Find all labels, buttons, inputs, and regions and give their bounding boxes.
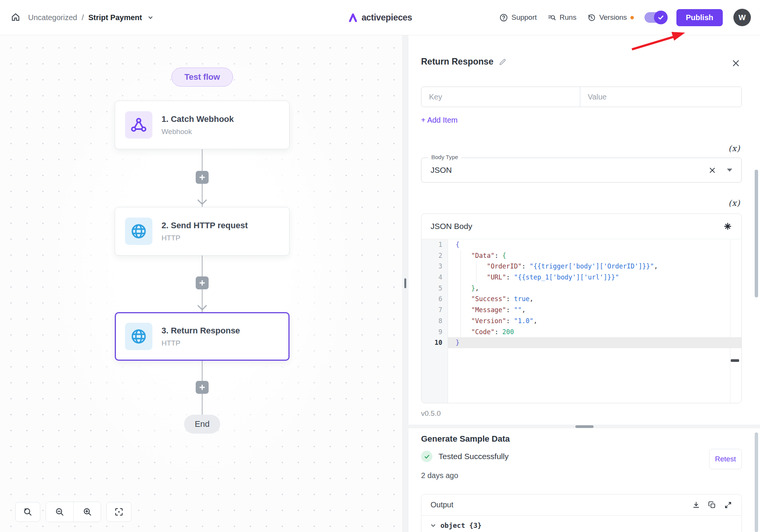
versions-button[interactable]: Versions	[587, 13, 634, 22]
flow-enabled-toggle[interactable]	[644, 12, 666, 23]
zoom-out-icon	[55, 507, 65, 517]
flow-canvas[interactable]: Test flow 1. Catch Webhook Webhook	[0, 35, 402, 532]
support-label: Support	[511, 13, 537, 22]
dropdown-caret-icon[interactable]	[727, 169, 732, 172]
clear-body-type-button[interactable]	[708, 166, 716, 174]
add-step-button[interactable]	[196, 381, 209, 394]
publish-button[interactable]: Publish	[676, 9, 723, 26]
close-panel-button[interactable]	[732, 59, 740, 68]
runs-button[interactable]: Runs	[548, 13, 576, 22]
line-content: "OrderID": "{{trigger['body']['OrderID']…	[448, 261, 741, 272]
zoom-in-button[interactable]	[73, 502, 101, 522]
code-line[interactable]: 3 "OrderID": "{{trigger['body']['OrderID…	[421, 261, 741, 272]
home-button[interactable]	[11, 12, 21, 23]
node-send-http-request[interactable]: 2. Send HTTP request HTTP	[115, 207, 290, 256]
panel-scrollbar-thumb[interactable]	[755, 433, 758, 532]
code-line[interactable]: 6 "Success": true,	[421, 294, 741, 305]
home-icon	[11, 12, 21, 23]
output-card: Output	[421, 494, 742, 532]
code-line[interactable]: 2 "Data": {	[421, 250, 741, 261]
code-line[interactable]: 9 "Code": 200	[421, 327, 741, 338]
close-icon	[732, 59, 740, 68]
node-subtitle: Webhook	[162, 128, 234, 136]
copy-output-button[interactable]	[708, 501, 716, 509]
support-button[interactable]: Support	[499, 13, 537, 22]
webhook-icon	[125, 111, 152, 139]
user-avatar[interactable]: W	[733, 9, 751, 26]
add-step-button[interactable]	[196, 276, 209, 289]
retest-button[interactable]: Retest	[709, 449, 742, 469]
editor-scrollbar-thumb[interactable]	[731, 359, 739, 362]
toggle-knob	[654, 11, 668, 24]
plus-icon	[199, 384, 206, 391]
expand-icon	[724, 501, 732, 509]
add-item-button[interactable]: + Add Item	[421, 116, 458, 125]
node-title: 3. Return Response	[162, 326, 240, 336]
code-editor[interactable]: 1{2 "Data": {3 "OrderID": "{{trigger['bo…	[421, 239, 741, 403]
insert-variable-button[interactable]: (x)	[728, 144, 740, 153]
test-status-label: Tested Successfully	[439, 452, 508, 461]
node-subtitle: HTTP	[162, 234, 248, 242]
line-number: 9	[421, 327, 448, 338]
fit-view-icon	[114, 507, 124, 517]
arrowhead-icon	[198, 302, 206, 311]
canvas-toolbar	[15, 502, 131, 522]
expand-output-button[interactable]	[724, 501, 732, 509]
line-number: 4	[421, 272, 448, 283]
ai-assist-button[interactable]	[723, 222, 732, 231]
code-line[interactable]: 1{	[421, 239, 741, 250]
top-header: Uncategorized / Stript Payment activepie…	[0, 0, 760, 35]
line-number: 2	[421, 250, 448, 261]
versions-unsaved-dot	[630, 16, 634, 19]
panel-scrollbar-thumb[interactable]	[755, 170, 758, 297]
body-type-select[interactable]: Body Type JSON	[421, 158, 742, 183]
code-lines: 1{2 "Data": {3 "OrderID": "{{trigger['bo…	[421, 239, 741, 348]
zoom-out-button[interactable]	[46, 502, 73, 522]
breadcrumb-category[interactable]: Uncategorized	[28, 13, 77, 22]
node-return-response[interactable]: 3. Return Response HTTP	[115, 312, 290, 361]
line-number: 10	[421, 337, 448, 348]
key-input[interactable]	[421, 87, 580, 107]
code-line[interactable]: 7 "Message": "",	[421, 305, 741, 316]
flow-name[interactable]: Stript Payment	[89, 13, 142, 22]
headers-key-value-row	[421, 87, 742, 107]
test-status-row: Tested Successfully	[421, 451, 742, 462]
code-line[interactable]: 8 "Version": "1.0",	[421, 316, 741, 327]
runs-list-search-icon	[548, 13, 556, 22]
line-content: }	[448, 337, 741, 348]
download-output-button[interactable]	[692, 501, 700, 509]
history-icon	[587, 13, 596, 22]
code-line[interactable]: 5 },	[421, 283, 741, 294]
output-tree-node[interactable]: object {3}	[421, 516, 741, 532]
body-type-label: Body Type	[428, 154, 461, 160]
piece-version-label: v0.5.0	[421, 409, 742, 418]
plus-icon	[199, 279, 206, 286]
runs-label: Runs	[560, 13, 576, 22]
brand-logo: activepieces	[348, 13, 412, 23]
section-resize-divider[interactable]	[408, 425, 760, 428]
editor-scrollbar-track	[730, 239, 730, 403]
output-label: Output	[431, 500, 692, 509]
json-body-label: JSON Body	[431, 222, 723, 231]
add-step-button[interactable]	[196, 171, 209, 184]
resize-handle	[404, 278, 406, 288]
code-line[interactable]: 4 "URL": "{{step_1['body']['url']}}"	[421, 272, 741, 283]
breadcrumb-separator: /	[82, 13, 84, 22]
insert-variable-button[interactable]: (x)	[728, 199, 740, 208]
fit-view-button[interactable]	[106, 502, 131, 522]
test-flow-button[interactable]: Test flow	[171, 68, 233, 87]
copy-icon	[708, 501, 716, 509]
code-line[interactable]: 10}	[421, 337, 741, 348]
flow-menu-chevron-icon[interactable]	[147, 14, 154, 21]
zoom-reset-button[interactable]	[15, 502, 40, 522]
value-input[interactable]	[580, 87, 741, 107]
json-body-card: JSON Body 1{2 "Data": {3 "OrderID": "{{t…	[421, 213, 742, 403]
line-content: "Version": "1.0",	[448, 316, 741, 327]
line-content: },	[448, 283, 741, 294]
rename-step-button[interactable]	[499, 58, 507, 66]
panel-resize-divider[interactable]	[402, 35, 408, 532]
download-icon	[692, 501, 700, 509]
node-catch-webhook[interactable]: 1. Catch Webhook Webhook	[115, 101, 290, 149]
check-icon	[657, 14, 665, 21]
node-title: 2. Send HTTP request	[162, 221, 248, 230]
